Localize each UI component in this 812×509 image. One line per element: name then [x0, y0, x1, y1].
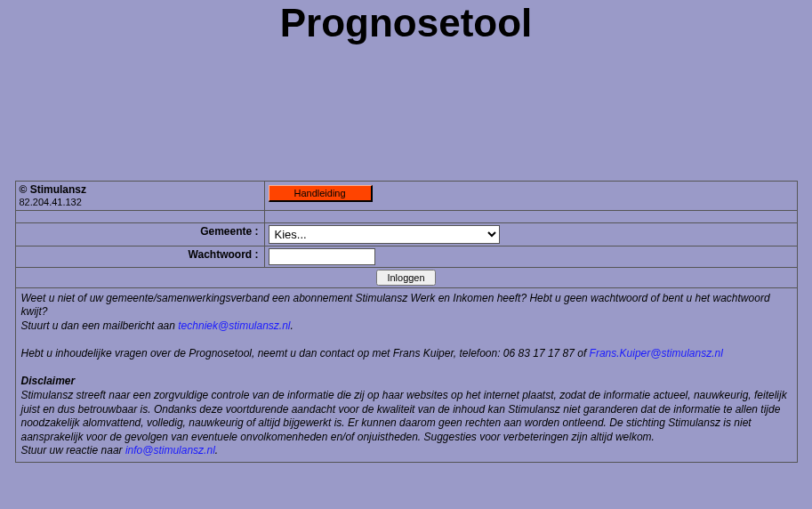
- info-p2a: Hebt u inhoudelijke vragen over de Progn…: [21, 347, 590, 360]
- info-p1b: Stuurt u dan een mailbericht aan: [21, 319, 179, 332]
- gemeente-select[interactable]: Kies...: [269, 225, 500, 244]
- inloggen-button[interactable]: Inloggen: [376, 270, 435, 286]
- gemeente-label: Gemeente :: [15, 222, 264, 246]
- help-cell: Handleiding: [264, 181, 797, 210]
- gemeente-cell: Kies...: [264, 222, 797, 246]
- page-title: Prognosetool: [0, 0, 812, 47]
- copyright-cell: © Stimulansz 82.204.41.132: [15, 181, 264, 210]
- mail-info-link[interactable]: info@stimulansz.nl: [125, 444, 215, 456]
- mail-frans-link[interactable]: Frans.Kuiper@stimulansz.nl: [590, 347, 723, 360]
- submit-cell: Inloggen: [15, 267, 797, 287]
- login-table: © Stimulansz 82.204.41.132 Handleiding G…: [15, 181, 798, 463]
- info-p1a: Weet u niet of uw gemeente/samenwerkings…: [21, 292, 770, 319]
- wachtwoord-input[interactable]: [269, 248, 375, 265]
- handleiding-button[interactable]: Handleiding: [269, 185, 373, 202]
- spacer-cell: [264, 210, 797, 222]
- info-p3: Stuur uw reactie naar: [21, 444, 125, 456]
- ip-text: 82.204.41.132: [20, 197, 82, 207]
- copyright-text: © Stimulansz: [20, 183, 87, 196]
- mail-techniek-link[interactable]: techniek@stimulansz.nl: [178, 319, 290, 332]
- disclaimer-body: Stimulansz streeft naar een zorgvuldige …: [21, 389, 787, 443]
- wachtwoord-cell: [264, 246, 797, 267]
- info-cell: Weet u niet of uw gemeente/samenwerkings…: [15, 287, 797, 462]
- spacer-cell: [15, 210, 264, 222]
- wachtwoord-label: Wachtwoord :: [15, 246, 264, 267]
- disclaimer-heading: Disclaimer: [21, 375, 76, 387]
